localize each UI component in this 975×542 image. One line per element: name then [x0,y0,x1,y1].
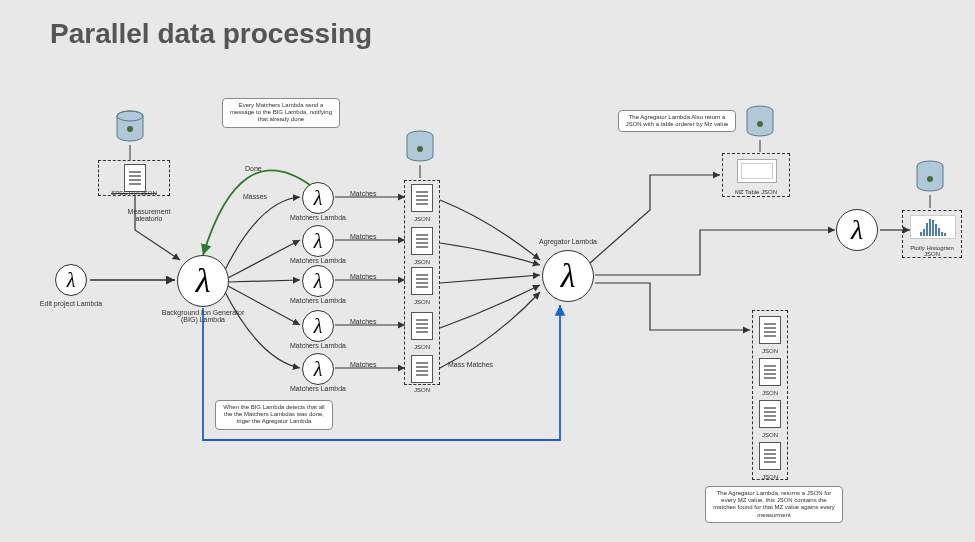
matchers-lambda-label: Matchers Lambda [273,342,363,349]
json-doc: JSON [411,312,433,340]
edge-label-done: Done [245,165,262,172]
json-doc: JSON [411,184,433,212]
json-label: JSON [762,474,778,480]
edge-label-matches: Matches [350,361,376,368]
svg-point-17 [127,126,133,132]
edge-label-masses: Masses [243,193,267,200]
big-lambda: λ Background Ion Generator (BIG) Lambda [177,255,229,307]
document-icon [411,184,433,212]
matchers-lambda-3: λ Matchers Lambda [302,265,334,297]
edge-label-matches: Matches [350,233,376,240]
document-icon [411,312,433,340]
matchers-lambda-label: Matchers Lambda [273,214,363,221]
edge-label-mass-matches: Mass Matches [448,361,493,368]
document-icon [411,227,433,255]
json-label: JSON [414,259,430,265]
agregator-lambda: λ Agregator Lambda [542,250,594,302]
lambda-icon: λ [302,225,334,257]
output-lambda: λ [836,209,878,251]
svg-point-23 [927,176,933,182]
matchers-lambda-label: Matchers Lambda [273,385,363,392]
document-icon [124,164,146,192]
json-label: JSON [414,344,430,350]
mz-table-box: MZ Table JSON [722,153,790,197]
page-title: Parallel data processing [50,18,372,50]
lambda-icon: λ [542,250,594,302]
lambda-icon: λ [836,209,878,251]
lambda-icon: λ [302,310,334,342]
connector-wires [0,0,975,542]
database-icon [915,160,945,194]
note-trigger-agregator: When the BIG Lambda detects that all the… [215,400,333,430]
database-icon [745,105,775,139]
lambda-icon: λ [302,182,334,214]
spectra-json-box: SPECTRA JSON [98,160,170,196]
json-doc: JSON [411,355,433,383]
edge-label-matches: Matches [350,273,376,280]
note-json-per-mz: The Agregator Lambda, returns a JSON for… [705,486,843,523]
matchers-lambda-label: Matchers Lambda [273,297,363,304]
mz-table-label: MZ Table JSON [723,189,789,195]
edit-project-lambda-label: Edit project Lambda [26,300,116,307]
note-matchers-done: Every Matchers Lambda send a message to … [222,98,340,128]
table-thumb-icon [737,159,777,183]
json-doc: JSON [411,267,433,295]
matchers-lambda-1: λ Matchers Lambda [302,182,334,214]
document-icon [411,355,433,383]
json-out-doc: JSON [759,358,781,386]
json-label: JSON [762,432,778,438]
lambda-icon: λ [55,264,87,296]
json-label: JSON [414,299,430,305]
document-icon [759,400,781,428]
json-label: JSON [762,390,778,396]
json-out-doc: JSON [759,316,781,344]
note-mz-table: The Agregator Lambda Also return a JSON … [618,110,736,132]
matchers-lambda-4: λ Matchers Lambda [302,310,334,342]
histogram-thumb-icon [910,215,956,239]
agregator-lambda-label: Agregator Lambda [523,238,613,245]
matchers-lambda-5: λ Matchers Lambda [302,353,334,385]
document-icon [759,358,781,386]
svg-point-21 [757,121,763,127]
json-label: JSON [762,348,778,354]
json-doc: JSON [411,227,433,255]
edge-label-measurement: Measurement aleatorio [124,208,174,222]
document-icon [759,442,781,470]
json-out-doc: JSON [759,442,781,470]
lambda-icon: λ [302,353,334,385]
matchers-lambda-2: λ Matchers Lambda [302,225,334,257]
json-label: JSON [414,387,430,393]
svg-line-3 [228,280,300,282]
matchers-lambda-label: Matchers Lambda [273,257,363,264]
svg-point-19 [417,146,423,152]
database-icon [405,130,435,164]
spectra-json-label: SPECTRA JSON [99,190,169,196]
edge-label-matches: Matches [350,190,376,197]
lambda-icon: λ [302,265,334,297]
json-out-doc: JSON [759,400,781,428]
plotly-histogram-box: Plotly Histogram JSON [902,210,962,258]
document-icon [411,267,433,295]
document-icon [759,316,781,344]
json-label: JSON [414,216,430,222]
plotly-histogram-label: Plotly Histogram JSON [903,245,961,257]
edge-label-matches: Matches [350,318,376,325]
database-icon [115,110,145,144]
svg-line-11 [440,275,540,283]
lambda-icon: λ [177,255,229,307]
big-lambda-label: Background Ion Generator (BIG) Lambda [158,309,248,323]
edit-project-lambda: λ Edit project Lambda [55,264,87,296]
